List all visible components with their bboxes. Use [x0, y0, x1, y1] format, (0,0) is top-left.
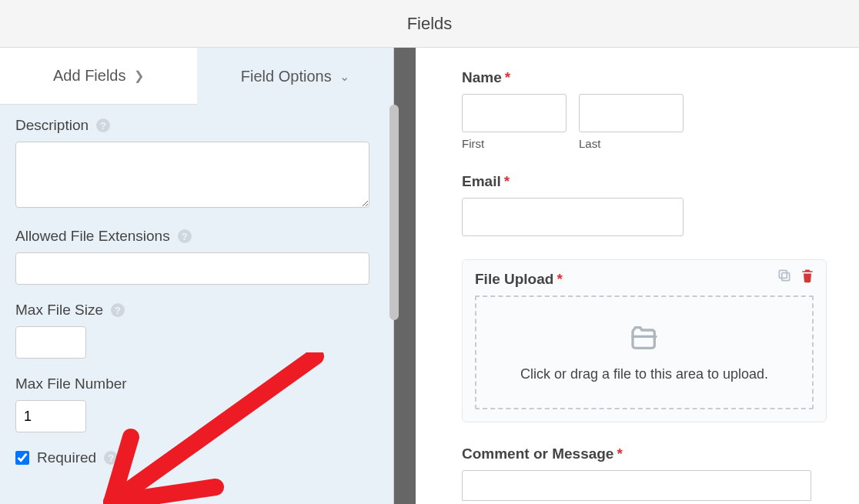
upload-hint: Click or drag a file to this area to upl…	[520, 366, 768, 382]
tab-label: Field Options	[241, 68, 332, 85]
field-email: Email*	[462, 173, 813, 236]
tab-label: Add Fields	[53, 67, 126, 85]
trash-icon[interactable]	[800, 268, 815, 283]
required-asterisk: *	[505, 69, 510, 85]
upload-icon	[629, 322, 660, 357]
required-asterisk: *	[504, 173, 510, 189]
field-comment: Comment or Message*	[462, 446, 813, 501]
required-checkbox[interactable]	[15, 451, 29, 465]
max-size-input[interactable]	[15, 326, 86, 359]
max-size-label: Max File Size	[15, 302, 103, 319]
email-label: Email	[462, 173, 501, 189]
duplicate-icon[interactable]	[777, 268, 792, 283]
chevron-down-icon: ⌄	[339, 69, 349, 84]
help-icon[interactable]: ?	[111, 303, 125, 317]
group-description: Description ?	[15, 117, 378, 211]
sidebar-tabs: Add Fields ❯ Field Options ⌄	[0, 48, 393, 105]
svg-rect-0	[782, 273, 790, 281]
upload-dropzone[interactable]: Click or drag a file to this area to upl…	[475, 295, 814, 409]
chevron-right-icon: ❯	[134, 68, 144, 83]
form-preview: Name* First Last Email*	[416, 48, 859, 504]
allowed-ext-label: Allowed File Extensions	[15, 228, 170, 245]
group-max-file-size: Max File Size ?	[15, 302, 378, 359]
name-label: Name	[462, 69, 502, 85]
last-sublabel: Last	[579, 137, 684, 150]
main-layout: Add Fields ❯ Field Options ⌄ Description…	[0, 48, 859, 504]
help-icon[interactable]: ?	[104, 451, 118, 465]
max-number-label: Max File Number	[15, 375, 127, 392]
description-label: Description	[15, 117, 89, 134]
scrollbar-thumb[interactable]	[389, 105, 399, 320]
group-max-file-number: Max File Number	[15, 375, 378, 432]
required-asterisk: *	[557, 271, 562, 287]
description-input[interactable]	[15, 142, 369, 208]
svg-rect-1	[779, 270, 787, 278]
tab-add-fields[interactable]: Add Fields ❯	[0, 48, 197, 105]
allowed-ext-input[interactable]	[15, 252, 369, 285]
field-name: Name* First Last	[462, 69, 813, 150]
tab-field-options[interactable]: Field Options ⌄	[197, 48, 394, 105]
file-upload-label: File Upload	[475, 271, 553, 287]
comment-input[interactable]	[462, 470, 811, 501]
comment-label: Comment or Message	[462, 446, 613, 462]
page-title: Fields	[407, 14, 453, 34]
page-header: Fields	[0, 0, 859, 48]
required-asterisk: *	[617, 446, 622, 462]
options-panel: Description ? Allowed File Extensions ? …	[0, 105, 393, 482]
field-file-upload[interactable]: File Upload*	[462, 259, 813, 422]
help-icon[interactable]: ?	[96, 118, 110, 132]
first-sublabel: First	[462, 137, 567, 150]
required-label: Required	[37, 449, 96, 466]
last-name-input[interactable]	[579, 94, 684, 132]
sidebar: Add Fields ❯ Field Options ⌄ Description…	[0, 48, 394, 504]
email-input[interactable]	[462, 198, 684, 236]
group-allowed-extensions: Allowed File Extensions ?	[15, 228, 378, 285]
help-icon[interactable]: ?	[178, 229, 192, 243]
max-number-input[interactable]	[15, 400, 86, 432]
required-row: Required ?	[15, 449, 378, 466]
first-name-input[interactable]	[462, 94, 567, 132]
